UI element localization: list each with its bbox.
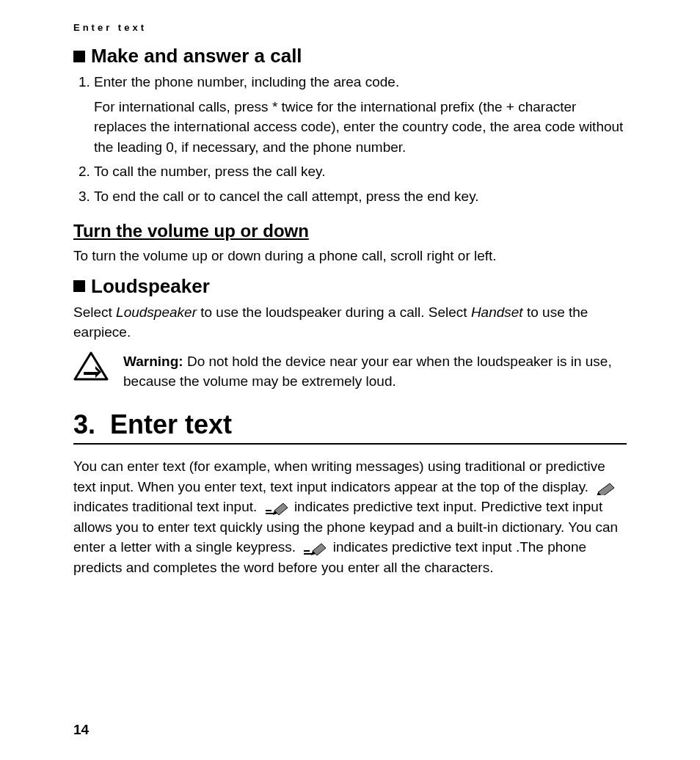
- body-volume: To turn the volume up or down during a p…: [73, 246, 627, 266]
- pencil-icon: [595, 481, 619, 495]
- step-item: Enter the phone number, including the ar…: [94, 72, 627, 157]
- steps-list: Enter the phone number, including the ar…: [73, 72, 627, 206]
- section-heading-make-call: Make and answer a call: [73, 45, 627, 67]
- chapter-title: 3. Enter text: [73, 409, 627, 440]
- step-text: To call the number, press the call key.: [94, 164, 325, 179]
- section-title-loudspeaker: Loudspeaker: [91, 275, 210, 298]
- page-number: 14: [73, 722, 89, 738]
- warning-text: Warning: Do not hold the device near you…: [123, 351, 627, 392]
- body-loudspeaker: Select Loudspeaker to use the loudspeake…: [73, 302, 627, 343]
- italic-term: Handset: [471, 304, 523, 320]
- warning-icon: [73, 351, 109, 381]
- chapter-rule: [73, 443, 627, 445]
- warning-label: Warning:: [123, 354, 183, 369]
- chapter-name: Enter text: [110, 409, 232, 439]
- text-fragment: to use the loudspeaker during a call. Se…: [197, 304, 471, 320]
- chapter-number: 3.: [73, 409, 95, 439]
- body-enter-text: You can enter text (for example, when wr…: [73, 456, 627, 577]
- step-item: To end the call or to cancel the call at…: [94, 186, 627, 207]
- section-heading-loudspeaker: Loudspeaker: [73, 275, 627, 298]
- predictive-pencil-icon: [302, 541, 326, 555]
- step-item: To call the number, press the call key.: [94, 161, 627, 182]
- square-bullet-icon: [73, 280, 85, 292]
- step-text: To end the call or to cancel the call at…: [94, 189, 479, 204]
- text-fragment: You can enter text (for example, when wr…: [73, 458, 605, 494]
- step-subtext: For international calls, press * twice f…: [94, 97, 627, 158]
- step-text: Enter the phone number, including the ar…: [94, 74, 399, 89]
- predictive-pencil-icon: [264, 500, 288, 515]
- warning-body: Do not hold the device near your ear whe…: [123, 354, 612, 390]
- warning-block: Warning: Do not hold the device near you…: [73, 351, 627, 392]
- section-title-make-call: Make and answer a call: [91, 45, 302, 67]
- section-heading-volume: Turn the volume up or down: [73, 221, 627, 241]
- text-fragment: Select: [73, 304, 116, 320]
- running-header: Enter text: [73, 22, 627, 33]
- square-bullet-icon: [73, 51, 85, 62]
- text-fragment: indicates traditional text input.: [73, 499, 261, 514]
- italic-term: Loudspeaker: [116, 304, 197, 320]
